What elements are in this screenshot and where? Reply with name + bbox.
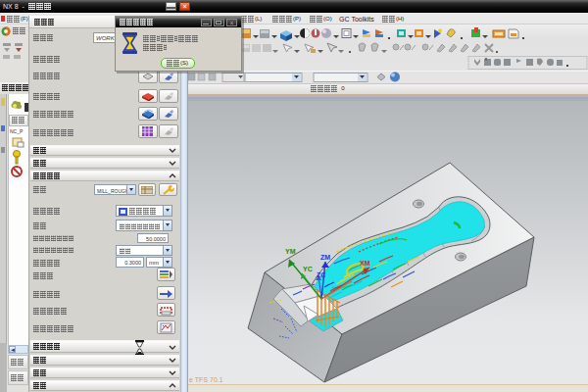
svg-text:XM: XM xyxy=(360,260,370,267)
svg-text:ZM: ZM xyxy=(320,254,330,261)
svg-text:YM: YM xyxy=(285,248,296,255)
svg-text:YC: YC xyxy=(303,266,313,272)
svg-text:ZC: ZC xyxy=(317,271,325,278)
